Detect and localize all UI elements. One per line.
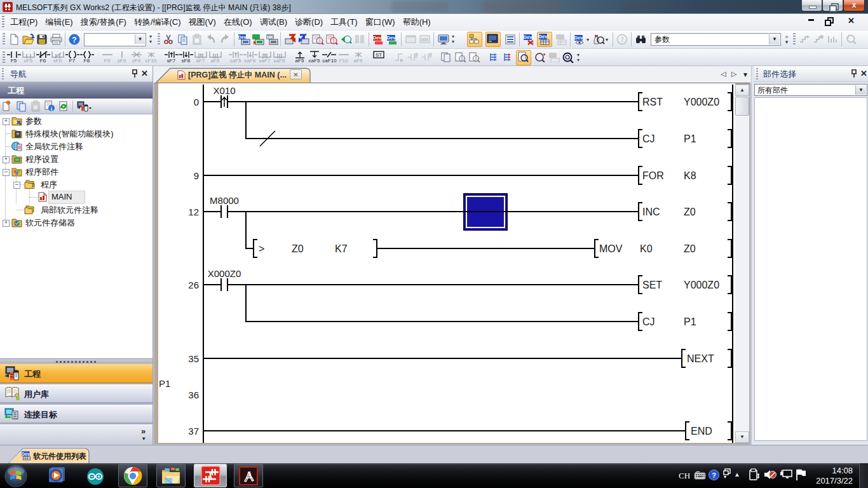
svg-text:P1: P1 <box>684 316 696 327</box>
svg-text:>: > <box>259 243 264 254</box>
svg-text:INC: INC <box>642 207 660 217</box>
svg-text:37: 37 <box>188 426 199 437</box>
svg-text:P1: P1 <box>159 378 170 389</box>
svg-text:Dev: Dev <box>574 35 584 41</box>
svg-text:P1: P1 <box>684 133 696 144</box>
svg-text:FOR: FOR <box>642 170 664 181</box>
svg-text:Dev: Dev <box>539 34 548 39</box>
svg-text:?: ? <box>620 36 624 43</box>
svg-text:Z0: Z0 <box>684 243 696 254</box>
svg-text:X000Z0: X000Z0 <box>208 268 241 279</box>
svg-text:Y000Z0: Y000Z0 <box>684 280 719 290</box>
svg-text:M8000: M8000 <box>210 195 239 206</box>
svg-text:K7: K7 <box>335 243 348 254</box>
svg-text:K0: K0 <box>640 243 653 254</box>
svg-text:CJ: CJ <box>642 133 655 144</box>
svg-text:12: 12 <box>188 207 199 217</box>
svg-text:35: 35 <box>188 353 199 364</box>
svg-text:HK: HK <box>267 35 273 39</box>
svg-text:Dev: Dev <box>238 35 247 39</box>
svg-text:Z0: Z0 <box>684 207 696 217</box>
svg-text:SET: SET <box>642 280 662 290</box>
svg-text:Z0: Z0 <box>292 243 304 254</box>
svg-text:Y000Z0: Y000Z0 <box>684 97 719 107</box>
svg-text:26: 26 <box>188 280 199 290</box>
svg-text:Dev: Dev <box>387 35 397 41</box>
svg-text:?: ? <box>72 36 76 44</box>
svg-text:0: 0 <box>194 97 199 107</box>
svg-text:ST: ST <box>375 52 381 58</box>
svg-text:END: END <box>691 426 712 437</box>
svg-text:MOV: MOV <box>599 243 623 254</box>
svg-text:NEXT: NEXT <box>687 353 714 364</box>
svg-text:?: ? <box>712 471 716 479</box>
svg-text:Dev: Dev <box>22 452 30 456</box>
svg-text:Dev: Dev <box>524 34 533 40</box>
svg-text:K8: K8 <box>684 170 696 181</box>
svg-text:9: 9 <box>194 170 199 181</box>
svg-text:36: 36 <box>188 390 199 400</box>
svg-text:RST: RST <box>642 97 663 107</box>
svg-text:Dev: Dev <box>373 35 383 41</box>
svg-text:CJ: CJ <box>642 316 655 327</box>
svg-text:X010: X010 <box>213 85 235 96</box>
